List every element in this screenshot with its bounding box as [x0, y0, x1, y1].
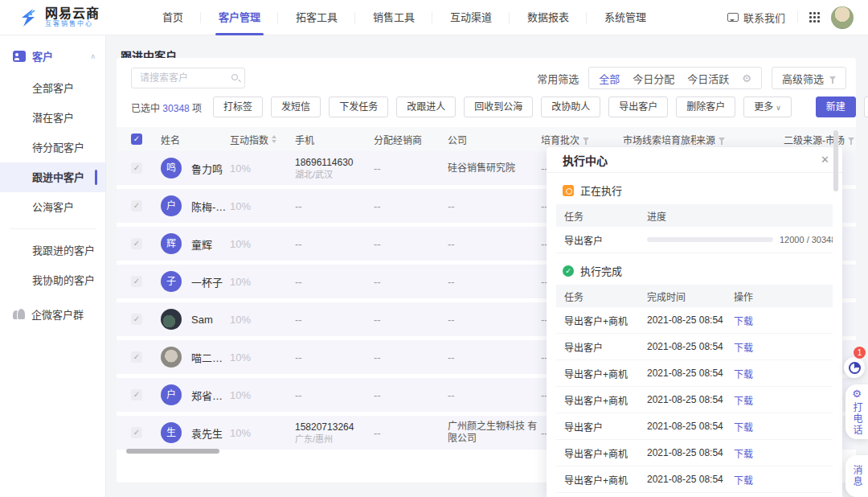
done-task-row: 导出客户 2021-08-25 08:54 下载 — [556, 413, 833, 440]
close-icon[interactable]: ✕ — [821, 154, 829, 166]
download-link[interactable]: 下载 — [726, 446, 782, 460]
header-nurture-batch[interactable]: 培育批次 — [541, 133, 623, 146]
header-company[interactable]: 公司 — [448, 133, 541, 146]
message-label: 消息 — [852, 465, 862, 487]
tag-button[interactable]: 打标签 — [213, 97, 263, 117]
search-input[interactable] — [132, 68, 244, 88]
customer-name[interactable]: 陈梅-网易... — [191, 199, 230, 214]
send-sms-button[interactable]: 发短信 — [271, 97, 321, 117]
chevron-up-icon[interactable]: ∧ — [90, 52, 96, 60]
filter-funnel-icon[interactable] — [848, 138, 854, 142]
quick-filter-gear-icon[interactable]: ⚙ — [742, 73, 751, 84]
search-icon[interactable] — [231, 74, 238, 80]
done-check-icon: ✓ — [563, 265, 574, 277]
header-lead-journey[interactable]: 市场线索培育旅程... — [623, 133, 696, 146]
sort-icon[interactable] — [272, 135, 276, 143]
select-all-checkbox[interactable]: ✓ — [131, 133, 142, 145]
nav-acquisition-tools[interactable]: 拓客工具 — [278, 0, 355, 35]
filter-funnel-icon[interactable] — [719, 138, 725, 142]
nav-data-reports[interactable]: 数据报表 — [510, 0, 587, 35]
row-checkbox[interactable]: ✓ — [131, 238, 142, 249]
sidebar-item-potential-customers[interactable]: 潜在客户 — [0, 103, 105, 133]
cell-phone: -- — [295, 276, 374, 288]
selected-count: 30348 — [162, 103, 189, 114]
assign-task-button[interactable]: 下发任务 — [329, 97, 388, 117]
customer-name[interactable]: 童辉 — [191, 236, 212, 252]
header-interaction-score[interactable]: 互动指数 — [230, 133, 295, 146]
notification-badge: 1 — [854, 347, 866, 359]
create-button[interactable]: 新建 — [816, 97, 856, 117]
header-dealer[interactable]: 分配经销商 — [374, 133, 448, 146]
customer-name[interactable]: 鲁力鸣 — [191, 161, 223, 176]
download-link[interactable]: 下载 — [726, 473, 782, 487]
header-name[interactable]: 姓名 — [161, 133, 230, 146]
nav-customer-management[interactable]: 客户管理 — [201, 0, 278, 35]
row-checkbox[interactable]: ✓ — [131, 200, 142, 212]
customer-name[interactable]: 一杯子 — [191, 274, 223, 290]
done-section-label: 执行完成 — [580, 263, 622, 278]
cell-score: 10% — [230, 276, 295, 288]
nav-sales-tools[interactable]: 销售工具 — [355, 0, 432, 35]
running-section-header: 正在执行 — [547, 173, 842, 204]
import-button[interactable]: 导入 — [864, 97, 868, 117]
cell-dealer: -- — [374, 427, 448, 439]
cell-score: 10% — [230, 427, 295, 439]
customer-name[interactable]: Sam — [191, 314, 213, 326]
apps-grid-icon[interactable] — [809, 12, 820, 23]
running-task-row: 导出客户 12000 / 30348 — [556, 227, 833, 253]
download-link[interactable]: 下载 — [726, 340, 782, 354]
done-section-header: ✓ 执行完成 — [547, 253, 842, 285]
avatar: 户 — [161, 195, 182, 216]
customer-name[interactable]: 郑省委-网... — [191, 388, 230, 403]
sidebar-item-wecom-groups[interactable]: 企微客户群 — [0, 295, 105, 331]
contact-us-button[interactable]: 联系我们 — [727, 10, 798, 25]
make-call-widget[interactable]: ⚙ 打电话 — [845, 384, 868, 439]
sidebar-group-customers[interactable]: 客户 ∧ — [0, 35, 105, 73]
recycle-to-pool-button[interactable]: 回收到公海 — [464, 97, 533, 117]
quick-filter-all[interactable]: 全部 — [599, 71, 620, 86]
execution-center-toggle[interactable] — [844, 357, 865, 378]
sidebar-item-unassigned-customers[interactable]: 待分配客户 — [0, 133, 105, 162]
sidebar-item-following-customers[interactable]: 跟进中客户 — [0, 162, 105, 192]
download-link[interactable]: 下载 — [726, 367, 782, 380]
horizontal-scrollbar[interactable] — [126, 449, 219, 454]
export-customers-button[interactable]: 导出客户 — [608, 97, 668, 117]
nav-home[interactable]: 首页 — [145, 0, 201, 35]
message-widget[interactable]: 消息 — [845, 455, 868, 497]
row-checkbox[interactable]: ✓ — [131, 276, 142, 287]
cell-company: -- — [448, 276, 541, 288]
change-assistant-button[interactable]: 改协助人 — [541, 97, 600, 117]
header-source[interactable]: 来源 — [696, 133, 784, 146]
filter-funnel-icon[interactable] — [583, 138, 589, 142]
download-link[interactable]: 下载 — [726, 393, 782, 407]
customer-name[interactable]: 袁先生 — [191, 425, 223, 441]
row-checkbox[interactable]: ✓ — [131, 351, 142, 363]
vertical-scrollbar[interactable] — [833, 130, 838, 191]
nav-interaction-channels[interactable]: 互动渠道 — [432, 0, 510, 35]
download-link[interactable]: 下载 — [726, 314, 782, 327]
filter-funnel-icon — [829, 76, 836, 80]
quick-filter-today-assigned[interactable]: 今日分配 — [633, 71, 674, 86]
row-checkbox[interactable]: ✓ — [131, 314, 142, 325]
download-link[interactable]: 下载 — [726, 420, 782, 433]
sidebar-item-my-assisting[interactable]: 我协助的客户 — [0, 265, 105, 295]
advanced-filter-button[interactable]: 高级筛选 — [772, 67, 846, 89]
delete-customers-button[interactable]: 删除客户 — [676, 97, 735, 117]
quick-filter-today-active[interactable]: 今日活跃 — [687, 71, 729, 86]
brand-logo: 网易云商 互客销售中心 — [0, 6, 145, 28]
sidebar-item-all-customers[interactable]: 全部客户 — [0, 73, 105, 103]
header-secondary-source[interactable]: 二级来源-市场 — [784, 133, 856, 146]
user-avatar[interactable] — [831, 6, 854, 29]
sidebar-item-my-following[interactable]: 我跟进的客户 — [0, 236, 105, 265]
row-checkbox[interactable]: ✓ — [131, 162, 142, 174]
nav-system-management[interactable]: 系统管理 — [587, 0, 664, 35]
header-phone[interactable]: 手机 — [295, 133, 374, 146]
sidebar-item-public-customers[interactable]: 公海客户 — [0, 192, 105, 222]
row-checkbox[interactable]: ✓ — [131, 389, 142, 400]
more-button[interactable]: 更多∨ — [743, 97, 792, 117]
change-follower-button[interactable]: 改跟进人 — [396, 97, 456, 117]
top-header: 网易云商 互客销售中心 首页 客户管理 拓客工具 销售工具 互动渠道 数据报表 … — [0, 0, 868, 35]
cell-company: 广州颜之生物科技 有限公司 — [448, 421, 541, 445]
row-checkbox[interactable]: ✓ — [131, 427, 142, 438]
customer-name[interactable]: 喵二敏爷🐎 — [191, 350, 230, 365]
